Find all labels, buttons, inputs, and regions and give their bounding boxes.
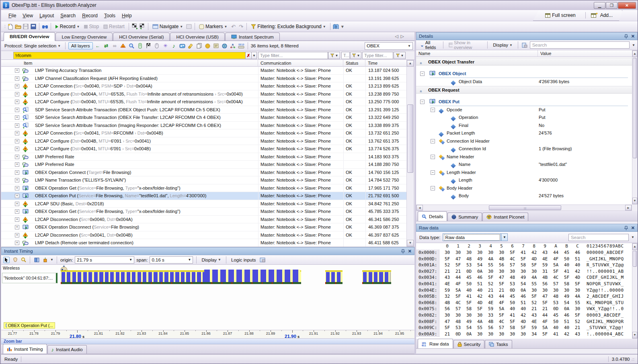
columns-icon[interactable] <box>33 257 40 263</box>
details-section[interactable]: »OBEX Request <box>416 86 632 94</box>
expand-icon[interactable]: + <box>15 225 19 229</box>
logic-inputs-button[interactable]: Logic inputs <box>230 257 257 263</box>
alert-icon[interactable] <box>120 43 127 49</box>
expand-icon[interactable]: + <box>15 155 19 159</box>
expand-icon[interactable]: + <box>15 123 19 128</box>
timing-tracks[interactable]: Wireless "Notebook" 00:04:61:87:... OBEX… <box>1 265 414 330</box>
table-row[interactable]: + OBEX Operation Get (Service=File Brows… <box>1 184 406 192</box>
search-dropdown[interactable]: ▼ <box>632 43 635 47</box>
finish-flag-icon[interactable] <box>145 43 152 49</box>
timing-selection-label[interactable]: OBEX Operation Put (... <box>4 322 55 329</box>
table-row[interactable]: + LMP Name Transaction ("ELLISYS-SYLVAIN… <box>1 176 406 184</box>
tab-low-energy-overview[interactable]: Low Energy Overview <box>55 33 113 41</box>
pin-icon[interactable] <box>624 34 628 39</box>
expand-icon[interactable]: + <box>15 170 19 175</box>
column-header-item[interactable]: Item <box>1 60 258 67</box>
marker-drop-icon[interactable] <box>42 257 48 263</box>
details-field[interactable]: − Name Header <box>416 153 632 161</box>
collapse-chevron-icon[interactable]: » <box>417 91 425 92</box>
select-cursor-icon[interactable] <box>3 257 10 263</box>
collapse-icon[interactable]: − <box>431 155 435 159</box>
table-row[interactable]: + L2CAP Configure (Dst=0x0041, MTU=6'091… <box>1 145 406 153</box>
type-filter-funnel-3[interactable]: ▼ <box>394 52 406 59</box>
hex-row[interactable]: 0x000D:5F4748494A4B4C5F4D4E4F5051_GHIJKL… <box>416 256 632 262</box>
details-field[interactable]: Packet Length 24'576 <box>416 129 632 137</box>
table-row[interactable]: + SDP Service Search Attribute Transacti… <box>1 122 406 130</box>
expand-icon[interactable]: + <box>15 131 19 135</box>
menu-tools[interactable]: Tools <box>101 12 119 20</box>
type-filter-input-1[interactable]: Type filter... <box>258 52 328 59</box>
details-section[interactable]: »OBEX Object Transfer <box>416 58 632 65</box>
time-ruler[interactable]: 21.7721.7821.7921.80 s21.8121.8221.8321.… <box>1 330 414 339</box>
hex-row[interactable]: 0x0082:30303030335F4142434445465F00003_A… <box>416 312 632 319</box>
table-row[interactable]: + LMP Timing Accuracy Transaction Master… <box>1 67 406 75</box>
table-row[interactable]: + LMP Preferred Rate Master: Notebook <-… <box>1 161 406 169</box>
expand-icon[interactable]: + <box>15 147 19 151</box>
rawdata-search-input[interactable]: Search <box>568 234 629 241</box>
details-field[interactable]: − Length Header <box>416 169 632 177</box>
table-row[interactable]: + LMP Channel Classification Request (AF… <box>1 75 406 83</box>
column-header-status[interactable]: Status <box>343 60 365 67</box>
expand-icon[interactable]: + <box>15 92 19 96</box>
back-icon[interactable]: ← <box>94 43 101 49</box>
table-row[interactable]: + SDP Service Search Attribute Transacti… <box>1 106 406 114</box>
restart-button[interactable]: Restart <box>102 23 126 30</box>
filter-dropdown-button[interactable]: ▼ <box>251 52 257 59</box>
marker-set-icon[interactable] <box>131 23 138 30</box>
hex-row[interactable]: 0x004E:595A404021210D0A3030303030YZ@@!!.… <box>416 287 632 294</box>
menu-file[interactable]: File <box>5 12 19 20</box>
hex-row[interactable]: 0x00A9:210D0A3030303030345F414243!..0000… <box>416 331 632 337</box>
logic-icon[interactable]: 0010 <box>238 43 245 49</box>
view-tab-instant-audio[interactable]: ♪Instant Audio <box>47 345 87 354</box>
details-tab-instant-piconet[interactable]: Instant Piconet <box>482 213 528 221</box>
show-in-overview-button[interactable]: Show in overview <box>447 39 484 51</box>
burst-icon[interactable]: ✳ <box>162 43 169 49</box>
maximize-button[interactable]: ❐ <box>606 2 617 9</box>
table-row[interactable]: + L2CAP Disconnection (Src=0x0041, Dst=0… <box>1 231 406 239</box>
expand-icon[interactable]: + <box>15 115 19 120</box>
collapse-icon[interactable]: − <box>431 139 435 143</box>
pin-icon[interactable] <box>401 249 405 254</box>
rawdata-tab-security[interactable]: Security <box>453 340 485 348</box>
stop-button[interactable]: Stop <box>82 23 101 30</box>
navigate-button[interactable]: Navigate▼ <box>151 23 185 30</box>
rawdata-vscrollbar[interactable]: ▲ ▼ <box>632 243 638 339</box>
markers-button[interactable]: Markers▼ <box>197 23 229 30</box>
clear-filter-button[interactable]: ✗ <box>245 52 252 59</box>
pan-hand-icon[interactable] <box>12 257 18 263</box>
expand-icon[interactable]: + <box>15 100 19 104</box>
zoom-bar[interactable]: Zoom bar <box>1 339 414 344</box>
menu-record[interactable]: Record <box>79 12 101 20</box>
table-row[interactable]: + SDP Service Search Attribute Transacti… <box>1 114 406 122</box>
details-group[interactable]: −OBEX Object <box>416 69 632 78</box>
details-field[interactable]: − Opcode Put <box>416 106 632 114</box>
marker-drop-caret[interactable]: ▼ <box>50 258 53 262</box>
tab-hci-overview-usb-[interactable]: HCI Overview (USB) <box>170 33 224 41</box>
details-field[interactable]: − Connection Id Header <box>416 137 632 145</box>
details-field[interactable]: Name "testfile01.dat" <box>416 161 632 169</box>
type-filter-input-2[interactable]: T... <box>341 52 350 59</box>
origin-combo[interactable]: 21.79 s▼ <box>75 256 134 264</box>
table-row[interactable]: + LMP Preferred Rate Master: Notebook <-… <box>1 153 406 161</box>
details-field[interactable]: Body 24'527 bytes <box>416 192 632 200</box>
text-filter-input[interactable]: !rfcomm <box>13 52 246 59</box>
copy-icon[interactable] <box>196 43 203 49</box>
name-column[interactable]: Name <box>416 50 538 57</box>
details-tab-details[interactable]: Details <box>418 211 447 221</box>
find-icon[interactable] <box>42 23 48 30</box>
activity-band[interactable] <box>325 270 343 284</box>
expand-icon[interactable]: + <box>15 217 19 222</box>
details-field[interactable]: Connection Id 1 (File Browsing) <box>416 145 632 153</box>
audio-note-icon[interactable]: ♪ <box>170 43 177 49</box>
zoom-icon[interactable] <box>128 43 135 49</box>
collapse-icon[interactable]: − <box>431 170 435 175</box>
collapse-icon[interactable]: − <box>431 108 435 112</box>
filtering-button[interactable]: Filtering: Exclude Background▼ <box>249 23 327 30</box>
device-cell[interactable]: "Notebook" 00:04:61:87:... <box>2 273 57 283</box>
menu-view[interactable]: View <box>19 12 36 20</box>
type-filter-funnel-1[interactable]: ▼ <box>328 52 340 59</box>
tab-scroll-left-icon[interactable]: ◁ <box>395 34 398 39</box>
value-column[interactable]: Value <box>538 50 632 57</box>
table-row[interactable]: + L2CAP Configure (Dst=0x004A, MTU=65'53… <box>1 90 406 98</box>
device-icon[interactable] <box>137 43 144 49</box>
